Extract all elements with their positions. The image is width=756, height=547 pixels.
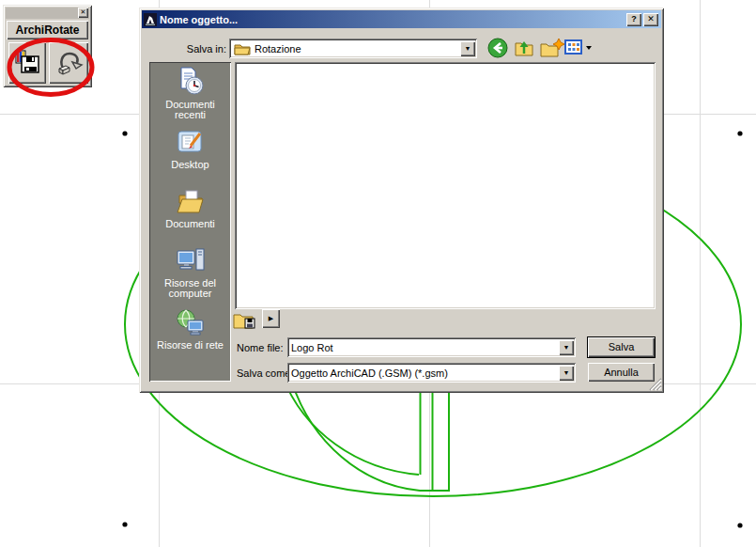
save-type-combobox[interactable]: Oggetto ArchiCAD (.GSM) (*.gsm) ▼ xyxy=(287,363,576,383)
views-icon[interactable] xyxy=(564,39,594,57)
rotate-object-button[interactable] xyxy=(49,42,88,84)
places-bar: Documenti recenti Desktop Docume xyxy=(149,62,231,382)
expand-button[interactable]: ▶ xyxy=(262,309,280,328)
my-computer-icon xyxy=(176,246,206,274)
place-my-computer[interactable]: Risorse del computer xyxy=(149,246,231,299)
place-label: Documenti xyxy=(152,219,229,229)
save-button-label: Salva xyxy=(609,341,635,352)
save-type-value: Oggetto ArchiCAD (.GSM) (*.gsm) xyxy=(287,367,557,379)
save-in-combobox[interactable]: Rotazione ▼ xyxy=(229,39,477,58)
dialog-title: Nome oggetto... xyxy=(157,14,626,25)
save-button[interactable]: Salva xyxy=(588,337,655,357)
cancel-button-label: Annulla xyxy=(604,367,639,378)
place-documents[interactable]: Documenti xyxy=(149,187,231,229)
file-name-dropdown-button[interactable]: ▼ xyxy=(559,340,574,355)
close-button[interactable]: ✕ xyxy=(643,13,658,26)
save-type-dropdown-button[interactable]: ▼ xyxy=(559,366,574,381)
dialog-titlebar[interactable]: Nome oggetto... ? ✕ xyxy=(142,10,661,28)
archicad-workspace: ✕ ArchiRotate xyxy=(0,0,756,547)
save-dialog: Nome oggetto... ? ✕ Salva in: Rotazione … xyxy=(139,8,664,393)
file-name-label: Nome file: xyxy=(237,342,284,353)
up-folder-icon[interactable] xyxy=(514,38,536,58)
expand-arrow-icon: ▶ xyxy=(269,315,273,321)
recent-documents-icon xyxy=(176,66,206,96)
place-label: Risorse di rete xyxy=(152,340,229,351)
desktop-icon xyxy=(176,128,206,156)
archicad-object-icon xyxy=(144,13,157,26)
place-network[interactable]: Risorse di rete xyxy=(149,308,231,351)
palette-title-button[interactable]: ArchiRotate xyxy=(7,21,88,39)
folder-save-icon[interactable] xyxy=(233,311,259,330)
file-name-combobox[interactable]: Logo Rot ▼ xyxy=(287,337,576,357)
place-label: Desktop xyxy=(152,160,229,170)
dropdown-icon: ▼ xyxy=(563,369,570,376)
palette-titlebar[interactable]: ✕ xyxy=(6,8,89,19)
cancel-button[interactable]: Annulla xyxy=(588,363,655,382)
rotate-arrow-icon xyxy=(54,48,84,78)
palette-close-button[interactable]: ✕ xyxy=(78,8,88,18)
resize-grip[interactable] xyxy=(649,378,662,391)
help-button[interactable]: ? xyxy=(626,13,641,26)
place-label: Risorse del computer xyxy=(152,278,229,299)
archirotate-palette: ✕ ArchiRotate xyxy=(3,5,92,87)
place-recent-documents[interactable]: Documenti recenti xyxy=(149,66,231,120)
palette-title-label: ArchiRotate xyxy=(15,23,79,37)
network-icon xyxy=(176,308,206,336)
place-label: Documenti recenti xyxy=(152,100,229,120)
save-floppy-icon xyxy=(14,49,40,75)
documents-folder-icon xyxy=(176,187,206,215)
save-in-label: Salva in: xyxy=(158,43,226,55)
views-dropdown-caret[interactable] xyxy=(586,46,592,50)
close-icon: ✕ xyxy=(81,8,86,15)
dropdown-icon: ▼ xyxy=(563,344,570,351)
help-icon: ? xyxy=(631,14,637,23)
save-object-button[interactable] xyxy=(8,42,46,84)
file-list-area[interactable] xyxy=(235,62,656,309)
place-desktop[interactable]: Desktop xyxy=(149,128,231,170)
file-name-value: Logo Rot xyxy=(287,342,557,353)
save-type-label: Salva come: xyxy=(237,367,294,379)
folder-icon xyxy=(234,42,251,55)
new-folder-icon[interactable] xyxy=(540,38,564,58)
dropdown-icon: ▼ xyxy=(465,45,471,52)
save-in-value: Rotazione xyxy=(251,43,458,55)
save-in-dropdown-button[interactable]: ▼ xyxy=(460,41,475,56)
close-icon: ✕ xyxy=(647,14,655,23)
back-icon[interactable] xyxy=(487,37,510,59)
